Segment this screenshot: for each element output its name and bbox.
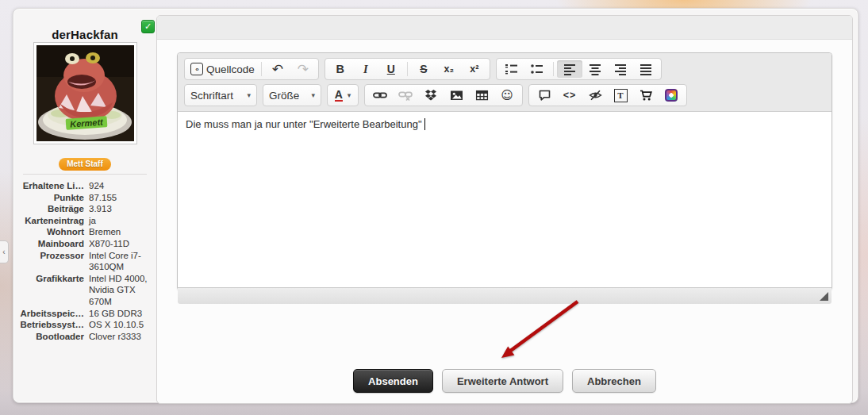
sidebar-divider bbox=[23, 174, 147, 175]
editor-toolbar: ‹› Quellcode ↶ ↷ B bbox=[178, 53, 832, 112]
editor-status-bar bbox=[178, 287, 832, 304]
undo-icon: ↶ bbox=[272, 63, 283, 76]
text-color-dropdown[interactable]: A ▾ bbox=[330, 86, 355, 104]
underline-button[interactable]: U bbox=[378, 60, 404, 78]
submit-button[interactable]: Absenden bbox=[353, 369, 433, 393]
bullet-list-icon bbox=[530, 63, 543, 75]
align-left-icon bbox=[563, 63, 576, 75]
toolbar-separator bbox=[553, 62, 554, 76]
link-icon bbox=[373, 89, 387, 102]
link-button[interactable] bbox=[367, 86, 393, 104]
text-cursor bbox=[424, 118, 425, 130]
source-button[interactable]: ‹› Quellcode bbox=[187, 60, 258, 78]
bold-button[interactable]: B bbox=[328, 60, 353, 78]
text-color-icon: A bbox=[335, 89, 343, 102]
subscript-button[interactable]: x₂ bbox=[436, 60, 462, 78]
eye-slash-icon bbox=[589, 89, 602, 102]
stat-row: ProzessorIntel Core i7-3610QM bbox=[17, 250, 152, 273]
align-right-icon bbox=[614, 63, 627, 75]
editor-text-area[interactable]: Die muss man ja nur unter "Erweiterte Be… bbox=[178, 112, 832, 287]
user-select-checkbox[interactable]: ✓ bbox=[141, 20, 155, 33]
chevron-down-icon: ▾ bbox=[348, 91, 351, 99]
toolbar-group-source: ‹› Quellcode ↶ ↷ bbox=[184, 58, 319, 80]
chevron-down-icon: ▾ bbox=[311, 91, 315, 99]
align-left-button[interactable] bbox=[557, 60, 582, 78]
smiley-icon: ☺ bbox=[501, 88, 513, 102]
insert-image-button[interactable] bbox=[444, 86, 469, 104]
media-button[interactable] bbox=[659, 86, 684, 104]
dropbox-icon bbox=[424, 89, 437, 102]
sidebar-collapse-tab[interactable]: ‹ bbox=[0, 240, 9, 263]
stat-row: GrafikkarteIntel HD 4000, Nvidia GTX 670… bbox=[17, 273, 152, 308]
stat-row: Erhaltene Li…924 bbox=[17, 180, 152, 192]
reply-form-panel: ‹› Quellcode ↶ ↷ B bbox=[156, 15, 853, 404]
stat-row: Karteneintragja bbox=[17, 215, 152, 227]
text-frame-button[interactable]: T bbox=[608, 86, 633, 104]
avatar-image: Kermett bbox=[36, 45, 134, 141]
stat-row: MainboardX870-11D bbox=[17, 238, 152, 250]
stat-row: BootloaderClover r3333 bbox=[17, 331, 152, 343]
table-icon bbox=[475, 89, 489, 102]
speech-bubble-icon bbox=[538, 89, 551, 102]
avatar[interactable]: Kermett bbox=[33, 42, 137, 144]
quote-button[interactable] bbox=[532, 86, 557, 104]
redo-icon: ↷ bbox=[298, 63, 309, 76]
text-frame-icon: T bbox=[614, 89, 628, 102]
justify-icon bbox=[639, 63, 652, 75]
strikethrough-button[interactable]: S bbox=[411, 60, 436, 78]
superscript-button[interactable]: x² bbox=[462, 60, 487, 78]
stat-row: Arbeitsspeic…16 GB DDR3 bbox=[17, 308, 152, 320]
toolbar-separator bbox=[407, 62, 408, 76]
reply-widget: derHackfan ✓ bbox=[13, 8, 858, 403]
stat-row: WohnortBremen bbox=[17, 226, 152, 238]
user-stats-list: Erhaltene Li…924 Punkte87.155 Beiträge3.… bbox=[17, 180, 152, 342]
source-code-icon: ‹› bbox=[190, 63, 203, 75]
undo-button[interactable]: ↶ bbox=[265, 60, 290, 78]
align-center-icon bbox=[589, 63, 601, 75]
unlink-icon bbox=[398, 89, 413, 102]
justify-button[interactable] bbox=[633, 60, 659, 78]
form-actions: Absenden Erweiterte Antwort Abbrechen bbox=[157, 369, 852, 393]
editor-text: Die muss man ja nur unter "Erweiterte Be… bbox=[186, 118, 422, 130]
bullet-list-button[interactable] bbox=[524, 60, 550, 78]
toolbar-group-font: Schriftart ▾ bbox=[184, 84, 257, 106]
stat-row: Betriebssyst…OS X 10.10.5 bbox=[17, 319, 152, 331]
chevron-left-icon: ‹ bbox=[2, 248, 5, 256]
rank-badge: Mett Staff bbox=[59, 158, 111, 171]
panel-header-bar bbox=[157, 16, 852, 40]
font-dropdown[interactable]: Schriftart ▾ bbox=[187, 86, 254, 104]
align-center-button[interactable] bbox=[582, 60, 608, 78]
ordered-list-icon bbox=[505, 63, 518, 75]
size-dropdown[interactable]: Größe ▾ bbox=[266, 86, 318, 104]
chevron-down-icon: ▾ bbox=[247, 91, 251, 99]
shopping-cart-icon bbox=[639, 89, 653, 102]
align-right-button[interactable] bbox=[608, 60, 633, 78]
unlink-button[interactable] bbox=[393, 86, 418, 104]
toolbar-group-bbcode: <> T bbox=[528, 84, 687, 106]
insert-table-button[interactable] bbox=[469, 86, 494, 104]
italic-button[interactable]: I bbox=[353, 60, 378, 78]
toolbar-group-color: A ▾ bbox=[327, 84, 359, 106]
redo-button[interactable]: ↷ bbox=[290, 60, 316, 78]
smiley-button[interactable]: ☺ bbox=[494, 86, 520, 104]
shop-button[interactable] bbox=[633, 86, 659, 104]
image-icon bbox=[450, 89, 463, 102]
toolbar-group-insert: ☺ bbox=[364, 84, 523, 106]
code-button[interactable]: <> bbox=[557, 86, 582, 104]
extended-reply-button[interactable]: Erweiterte Antwort bbox=[442, 369, 563, 393]
spoiler-button[interactable] bbox=[582, 86, 608, 104]
final-cut-icon bbox=[665, 89, 678, 102]
toolbar-separator bbox=[261, 62, 262, 76]
toolbar-group-size: Größe ▾ bbox=[263, 84, 321, 106]
user-sidebar: derHackfan ✓ bbox=[13, 9, 156, 402]
stat-row: Beiträge3.913 bbox=[17, 203, 152, 215]
dropbox-button[interactable] bbox=[418, 86, 444, 104]
resize-handle-icon[interactable] bbox=[820, 292, 828, 301]
username-link[interactable]: derHackfan bbox=[13, 28, 156, 41]
wysiwyg-editor: ‹› Quellcode ↶ ↷ B bbox=[177, 52, 832, 290]
toolbar-group-formatting: B I U S x₂ x² bbox=[325, 58, 490, 80]
forum-reply-screen: ‹ derHackfan ✓ bbox=[0, 0, 868, 415]
cancel-button[interactable]: Abbrechen bbox=[572, 369, 656, 393]
checkmark-icon: ✓ bbox=[144, 21, 152, 31]
ordered-list-button[interactable] bbox=[499, 60, 524, 78]
